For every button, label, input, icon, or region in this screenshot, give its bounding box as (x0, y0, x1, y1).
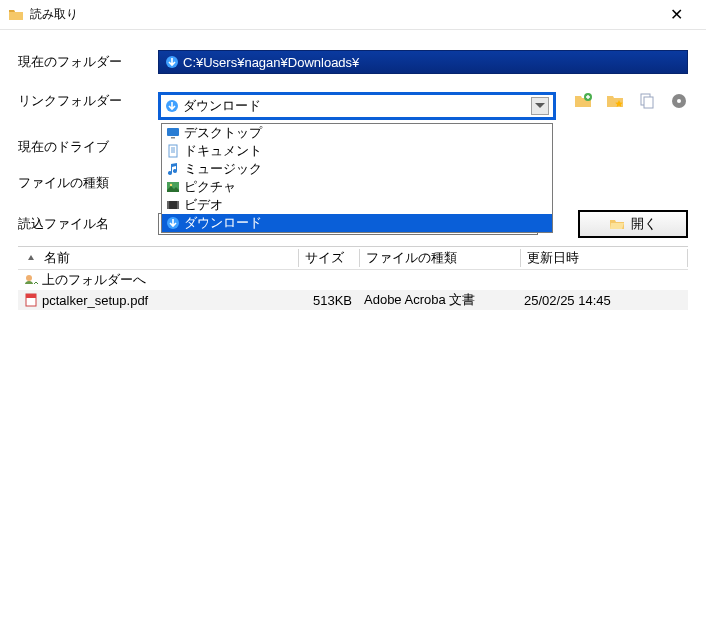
open-button-label: 開く (631, 215, 657, 233)
dropdown-label: ピクチャ (184, 178, 236, 196)
label-current-drive: 現在のドライブ (18, 138, 158, 156)
link-folder-combo[interactable]: ダウンロード デスクトップ ドキュメント ミュージック (158, 92, 556, 120)
dropdown-label: デスクトップ (184, 124, 262, 142)
row-size: 513KB (298, 293, 358, 308)
chevron-down-icon[interactable] (531, 97, 549, 115)
row-name: pctalker_setup.pdf (42, 293, 148, 308)
svg-rect-3 (171, 137, 175, 139)
col-name[interactable]: 名前 (18, 249, 298, 267)
list-header: 名前 サイズ ファイルの種類 更新日時 (18, 246, 688, 270)
label-read-filename: 読込ファイル名 (18, 215, 158, 233)
row-date: 25/02/25 14:45 (518, 293, 688, 308)
folder-open-icon (609, 216, 625, 232)
dropdown-item-download[interactable]: ダウンロード (162, 214, 552, 232)
desktop-icon (166, 126, 180, 140)
col-name-label: 名前 (44, 249, 70, 267)
copy-icon[interactable] (638, 92, 656, 110)
svg-point-15 (677, 99, 681, 103)
dropdown-label: ドキュメント (184, 142, 262, 160)
list-row-up[interactable]: 上のフォルダーへ (18, 270, 688, 290)
picture-icon (166, 180, 180, 194)
window-title: 読み取り (30, 6, 654, 23)
col-type[interactable]: ファイルの種類 (360, 249, 520, 267)
dropdown-item-music[interactable]: ミュージック (162, 160, 552, 178)
close-icon[interactable]: ✕ (654, 5, 698, 24)
svg-rect-18 (26, 294, 36, 298)
path-text: C:¥Users¥nagan¥Downloads¥ (183, 55, 359, 70)
sort-asc-icon (26, 251, 36, 266)
label-current-folder: 現在のフォルダー (18, 53, 158, 71)
svg-point-16 (26, 275, 32, 281)
svg-rect-9 (177, 201, 179, 209)
dropdown-label: ダウンロード (184, 214, 262, 232)
video-icon (166, 198, 180, 212)
row-name: 上のフォルダーへ (42, 271, 146, 289)
current-folder-path[interactable]: C:¥Users¥nagan¥Downloads¥ (158, 50, 688, 74)
disc-icon[interactable] (670, 92, 688, 110)
col-date[interactable]: 更新日時 (521, 249, 687, 267)
pdf-icon (24, 293, 38, 307)
dropdown-item-picture[interactable]: ピクチャ (162, 178, 552, 196)
svg-rect-8 (167, 201, 169, 209)
dropdown-label: ビデオ (184, 196, 223, 214)
col-size[interactable]: サイズ (299, 249, 359, 267)
document-icon (166, 144, 180, 158)
down-arrow-icon (165, 55, 179, 69)
row-type: Adobe Acroba 文書 (358, 291, 518, 309)
open-button[interactable]: 開く (578, 210, 688, 238)
dropdown-label: ミュージック (184, 160, 262, 178)
label-file-type: ファイルの種類 (18, 174, 158, 192)
dropdown-item-document[interactable]: ドキュメント (162, 142, 552, 160)
titlebar: 読み取り ✕ (0, 0, 706, 30)
svg-rect-4 (169, 145, 177, 157)
svg-rect-2 (167, 128, 179, 136)
download-icon (166, 216, 180, 230)
svg-rect-13 (644, 97, 653, 108)
dropdown-item-video[interactable]: ビデオ (162, 196, 552, 214)
folder-icon (8, 7, 24, 23)
toolbar (574, 92, 688, 110)
svg-point-6 (170, 184, 172, 186)
up-folder-icon (24, 273, 38, 287)
down-arrow-icon (165, 99, 179, 113)
label-link-folder: リンクフォルダー (18, 92, 158, 110)
combo-text: ダウンロード (183, 97, 531, 115)
link-folder-dropdown: デスクトップ ドキュメント ミュージック ピクチャ (161, 123, 553, 233)
music-icon (166, 162, 180, 176)
list-row-file[interactable]: pctalker_setup.pdf 513KB Adobe Acroba 文書… (18, 290, 688, 310)
dropdown-item-desktop[interactable]: デスクトップ (162, 124, 552, 142)
file-list: 上のフォルダーへ pctalker_setup.pdf 513KB Adobe … (18, 270, 688, 310)
new-folder-icon[interactable] (574, 92, 592, 110)
folder-star-icon[interactable] (606, 92, 624, 110)
